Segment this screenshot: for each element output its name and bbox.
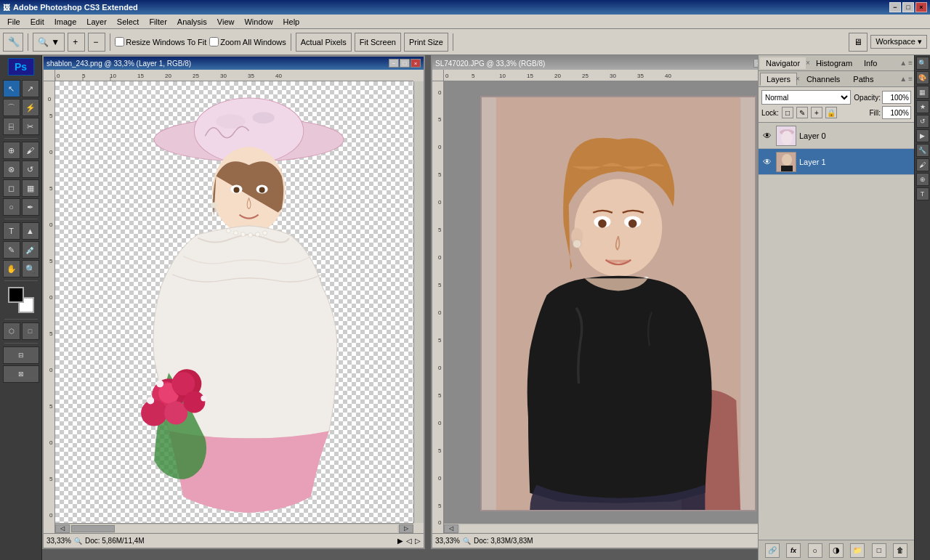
resize-windows-checkbox[interactable] <box>115 37 124 46</box>
hand-tool[interactable]: ✋ <box>3 260 20 277</box>
minimize-button[interactable]: − <box>889 2 901 12</box>
new-group-btn[interactable]: 📁 <box>850 543 865 558</box>
doc2-scrollbar-h[interactable]: ◁ ▷ <box>444 523 758 533</box>
layers-panel-collapse[interactable]: ▲ <box>899 75 907 83</box>
zoom-tool[interactable]: 🔍 <box>22 260 39 277</box>
tab-paths[interactable]: Paths <box>846 73 880 86</box>
gradient-tool[interactable]: ▦ <box>22 179 39 197</box>
doc1-arrow[interactable]: ▶ <box>397 537 403 545</box>
lock-all-btn[interactable]: 🔒 <box>825 107 837 118</box>
pen-tool[interactable]: ✒ <box>22 198 39 216</box>
close-button[interactable]: × <box>915 2 927 12</box>
zoom-btn[interactable]: 🔍 ▼ <box>33 33 65 52</box>
path-tool[interactable]: ▲ <box>22 222 39 240</box>
delete-layer-btn[interactable]: 🗑 <box>893 543 907 558</box>
layer0-eye[interactable]: 👁 <box>761 130 773 142</box>
layer1-eye[interactable]: 👁 <box>761 156 773 168</box>
doc1-nav-right[interactable]: ▷ <box>415 537 421 545</box>
eyedropper-tool[interactable]: 💉 <box>22 241 39 259</box>
menu-help[interactable]: Help <box>279 17 304 27</box>
mini-btn-4[interactable]: ★ <box>916 100 929 113</box>
fit-screen-btn[interactable]: Fit Screen <box>355 33 401 52</box>
mini-btn-1[interactable]: 🔍 <box>916 57 929 70</box>
brush-tool[interactable]: 🖌 <box>22 142 39 159</box>
screen-mode-btn[interactable]: ⊟ <box>3 346 39 364</box>
new-fill-adj-btn[interactable]: ◑ <box>829 543 844 558</box>
menu-file[interactable]: File <box>3 17 25 27</box>
doc1-restore-btn[interactable]: □ <box>400 59 410 68</box>
menu-select[interactable]: Select <box>113 17 144 27</box>
foreground-color[interactable] <box>8 287 24 303</box>
menu-window[interactable]: Window <box>240 17 277 27</box>
fill-input[interactable] <box>882 106 911 119</box>
link-layers-btn[interactable]: 🔗 <box>765 543 780 558</box>
mini-btn-10[interactable]: T <box>916 187 929 200</box>
mini-btn-7[interactable]: 🔧 <box>916 144 929 157</box>
dodge-tool[interactable]: ○ <box>3 198 20 216</box>
tab-histogram[interactable]: Histogram <box>810 57 858 69</box>
mini-btn-6[interactable]: ▶ <box>916 129 929 142</box>
clone-tool[interactable]: ⊗ <box>3 161 20 178</box>
menu-edit[interactable]: Edit <box>26 17 49 27</box>
tab-navigator[interactable]: Navigator <box>760 57 806 69</box>
text-tool[interactable]: T <box>3 222 20 240</box>
menu-view[interactable]: View <box>213 17 239 27</box>
layer-item-1[interactable]: 👁 Layer 1 <box>759 149 914 175</box>
new-layer-btn[interactable]: □ <box>872 543 886 558</box>
menu-analysis[interactable]: Analysis <box>173 17 211 27</box>
actual-pixels-btn[interactable]: Actual Pixels <box>296 33 352 52</box>
blend-mode-select[interactable]: Normal Dissolve Multiply Screen Overlay <box>761 90 851 105</box>
lasso-tool[interactable]: ⌒ <box>3 99 20 116</box>
tab-channels[interactable]: Channels <box>800 73 846 86</box>
print-size-btn[interactable]: Print Size <box>404 33 448 52</box>
magic-wand[interactable]: ⚡ <box>22 99 39 116</box>
layer-item-0[interactable]: 👁 Layer 0 <box>759 123 914 149</box>
doc1-close-btn[interactable]: × <box>411 59 421 68</box>
crop-tool[interactable]: ⌸ <box>3 118 20 135</box>
move-tool[interactable]: ↖ <box>3 80 20 97</box>
layer-fx-btn[interactable]: fx <box>786 543 801 558</box>
menu-filter[interactable]: Filter <box>145 17 171 27</box>
panel-menu-btn[interactable]: ≡ <box>908 59 913 67</box>
mini-btn-3[interactable]: ▦ <box>916 86 929 99</box>
heal-tool[interactable]: ⊕ <box>3 142 20 159</box>
notes-tool[interactable]: ✎ <box>3 241 20 259</box>
mini-btn-5[interactable]: ↺ <box>916 115 929 128</box>
resize-windows-check[interactable]: Resize Windows To Fit <box>115 37 206 46</box>
app-mode-btn[interactable]: ⊠ <box>3 365 39 383</box>
doc1-scrollbar-h[interactable]: ◁ ▷ <box>55 523 413 533</box>
doc1-minimize-btn[interactable]: − <box>389 59 399 68</box>
menu-layer[interactable]: Layer <box>82 17 111 27</box>
opacity-input[interactable] <box>882 91 911 104</box>
tool-options-btn[interactable]: 🔧 <box>3 33 23 52</box>
tab-layers[interactable]: Layers <box>760 73 797 86</box>
eraser-tool[interactable]: ◻ <box>3 179 20 197</box>
doc1-nav-left[interactable]: ◁ <box>406 537 412 545</box>
panel-collapse-btn[interactable]: ▲ <box>899 59 907 67</box>
history-tool[interactable]: ↺ <box>22 161 39 178</box>
tab-info[interactable]: Info <box>858 57 883 69</box>
mini-btn-2[interactable]: 🎨 <box>916 71 929 84</box>
zoom-in-btn[interactable]: + <box>68 33 85 52</box>
zoom-all-check[interactable]: Zoom All Windows <box>209 37 286 46</box>
lock-position-btn[interactable]: + <box>811 107 822 118</box>
layer-mask-btn[interactable]: ○ <box>808 543 822 558</box>
doc1-scrollbar-v[interactable] <box>413 81 424 523</box>
lock-pixel-btn[interactable]: □ <box>782 107 793 118</box>
quick-mask-btn[interactable]: ⬡ <box>3 322 20 340</box>
zoom-out-btn[interactable]: − <box>88 33 105 52</box>
standard-mode-btn[interactable]: □ <box>22 322 39 340</box>
layers-panel-menu[interactable]: ≡ <box>908 75 913 83</box>
arrow-tool[interactable]: ↗ <box>22 80 39 97</box>
maximize-button[interactable]: □ <box>902 2 914 12</box>
menu-image[interactable]: Image <box>50 17 81 27</box>
doc2-minimize-btn[interactable]: − <box>753 59 758 68</box>
slice-tool[interactable]: ✂ <box>22 118 39 135</box>
workspace-icon-btn[interactable]: 🖥 <box>849 33 868 52</box>
zoom-all-checkbox[interactable] <box>209 37 219 46</box>
color-swatches[interactable] <box>8 287 34 313</box>
mini-btn-9[interactable]: ⊕ <box>916 173 929 186</box>
workspace-btn[interactable]: Workspace ▾ <box>870 35 927 49</box>
mini-btn-8[interactable]: 🖌 <box>916 158 929 171</box>
lock-image-btn[interactable]: ✎ <box>796 107 808 118</box>
